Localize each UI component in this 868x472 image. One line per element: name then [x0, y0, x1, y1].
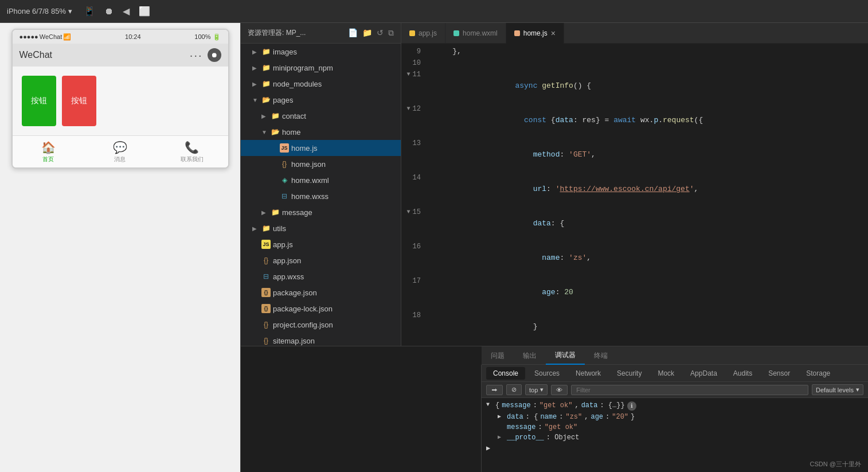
tree-item-home[interactable]: ▼ 📂 home [241, 124, 401, 140]
console-row-main[interactable]: ▼ { message : "get ok" , data : {…}} ℹ [486, 400, 863, 412]
info-icon[interactable]: ℹ [627, 401, 636, 411]
chevron-right-icon: ▶ [261, 113, 268, 119]
watermark: CSDN @三十里外 [810, 460, 861, 469]
file-tree-title: 资源管理器: MP_... [248, 28, 306, 38]
console-row-proto[interactable]: ▶ __proto__ : Object [486, 432, 863, 443]
tree-item-miniprogram-npm[interactable]: ▶ 📁 miniprogram_npm [241, 60, 401, 76]
fold-arrow-icon[interactable]: ▼ [407, 206, 410, 218]
json-file-icon: {} [280, 159, 289, 169]
ban-icon-button[interactable]: ⊘ [506, 384, 522, 395]
editor-tabs: app.js home.wxml home.js × [401, 23, 868, 44]
device-selector[interactable]: iPhone 6/7/8 85% ▾ [7, 7, 72, 15]
tree-item-home-wxss[interactable]: ⊟ home.wxss [241, 188, 401, 204]
tree-label-home: home [282, 128, 301, 136]
tree-item-sitemap-json[interactable]: {} sitemap.json [241, 333, 401, 346]
more-dots-icon[interactable]: ··· [190, 49, 203, 62]
close-tab-icon[interactable]: × [551, 29, 556, 38]
expand-arrow-icon[interactable]: ▶ [498, 434, 505, 440]
record-button[interactable]: ⏺ [208, 48, 221, 62]
bottom-tab-label-output: 输出 [523, 351, 537, 361]
expand-arrow-icon[interactable]: ▼ [486, 401, 493, 408]
console-filter-input[interactable] [571, 385, 808, 395]
nav-item-home[interactable]: 🏠 首页 [13, 136, 84, 167]
js-file-icon: JS [261, 240, 271, 249]
devtools-tab-console[interactable]: Console [486, 367, 525, 380]
tree-item-project-config-json[interactable]: {} project.config.json [241, 317, 401, 333]
devtools-tab-sources[interactable]: Sources [527, 367, 566, 380]
console-row-data[interactable]: ▶ data : { name : "zs" , age : "20" } [486, 412, 863, 422]
bottom-tab-label-debugger: 调试器 [555, 350, 576, 360]
tree-item-message[interactable]: ▶ 📁 message [241, 204, 401, 220]
tree-item-home-wxml[interactable]: ◈ home.wxml [241, 172, 401, 188]
signal-bars: ●●●●● [19, 33, 38, 40]
chevron-right-icon: ▶ [252, 225, 259, 232]
tree-item-pages[interactable]: ▼ 📂 pages [241, 92, 401, 108]
devtools-tab-network[interactable]: Network [569, 367, 608, 380]
code-editor[interactable]: 9 }, 10 ▼ 11 async getInfo( [401, 44, 868, 346]
tab-label-home-wxml: home.wxml [463, 29, 498, 37]
btn1[interactable]: 按钮 [22, 76, 56, 126]
tab-app-js[interactable]: app.js [401, 23, 445, 44]
devtools-tab-storage[interactable]: Storage [799, 367, 837, 380]
nav-item-contact[interactable]: 📞 联系我们 [156, 136, 228, 167]
layout-icon[interactable]: ⬜ [139, 6, 150, 17]
json-file-icon: {} [261, 304, 271, 313]
bottom-tab-output[interactable]: 输出 [514, 346, 546, 365]
collapse-icon[interactable]: ⧉ [388, 28, 394, 38]
phone-icon[interactable]: 📱 [84, 6, 95, 17]
devtools-tab-mock[interactable]: Mock [651, 367, 681, 380]
tree-item-package-lock-json[interactable]: {} package-lock.json [241, 301, 401, 317]
record-icon[interactable]: ⏺ [104, 6, 114, 17]
new-folder-icon[interactable]: 📁 [362, 28, 372, 38]
nav-label-home: 首页 [42, 155, 54, 163]
expand-arrow-icon[interactable]: ▶ [498, 413, 505, 420]
tree-item-app-wxss[interactable]: ⊟ app.wxss [241, 268, 401, 284]
phone-status-left: ●●●●● WeChat 📶 [19, 33, 72, 41]
chevron-down-icon: ▼ [261, 129, 268, 135]
tab-home-wxml[interactable]: home.wxml [445, 23, 506, 44]
fold-arrow-icon[interactable]: ▼ [407, 69, 410, 80]
tree-item-home-json[interactable]: {} home.json [241, 156, 401, 172]
tab-home-js[interactable]: home.js × [506, 23, 564, 44]
btn2[interactable]: 按钮 [62, 76, 96, 126]
eye-icon-button[interactable]: 👁 [551, 385, 568, 395]
tree-label-images: images [273, 48, 297, 56]
tree-item-utils[interactable]: ▶ 📁 utils [241, 220, 401, 236]
devtools-tab-sensor[interactable]: Sensor [761, 367, 797, 380]
simulator-panel: ●●●●● WeChat 📶 10:24 100% 🔋 WeChat ··· ⏺ [0, 23, 241, 472]
tree-label-miniprogram-npm: miniprogram_npm [273, 64, 333, 72]
wifi-icon: 📶 [63, 33, 71, 41]
tree-item-contact[interactable]: ▶ 📁 contact [241, 108, 401, 124]
new-file-icon[interactable]: 📄 [348, 28, 358, 38]
json-file-icon: {} [261, 320, 271, 329]
file-tree-panel: 资源管理器: MP_... 📄 📁 ↺ ⧉ ▶ 📁 images ▶ [241, 23, 401, 346]
chevron-down-icon: ▼ [252, 97, 259, 103]
devtools-tab-audits[interactable]: Audits [726, 367, 759, 380]
top-context-selector[interactable]: top ▾ [525, 384, 548, 395]
refresh-icon[interactable]: ↺ [377, 28, 384, 38]
chevron-right-icon: ▶ [252, 65, 259, 71]
tree-item-home-js[interactable]: JS home.js [241, 140, 401, 156]
wxml-tab-icon [453, 30, 459, 36]
bottom-tab-issues[interactable]: 问题 [482, 346, 514, 365]
devtools-tab-label-console: Console [493, 369, 518, 377]
eye-icon: 👁 [556, 387, 562, 393]
code-line-16: 16 name: 'zs', [401, 241, 868, 275]
tree-item-images[interactable]: ▶ 📁 images [241, 44, 401, 60]
tree-item-app-json[interactable]: {} app.json [241, 252, 401, 268]
tree-label-home-js: home.js [291, 144, 318, 153]
console-row-arrow[interactable]: ▶ [486, 443, 863, 454]
default-levels-selector[interactable]: Default levels ▾ [812, 384, 863, 395]
back-icon[interactable]: ◀ [123, 6, 130, 17]
tree-item-app-js[interactable]: JS app.js [241, 236, 401, 252]
fold-arrow-icon[interactable]: ▼ [407, 103, 410, 115]
bottom-tab-debugger[interactable]: 调试器 [546, 346, 585, 365]
devtools-tab-appdata[interactable]: AppData [683, 367, 724, 380]
devtools-tab-security[interactable]: Security [610, 367, 648, 380]
tree-item-package-json[interactable]: {} package.json [241, 284, 401, 301]
tree-label-package-lock-json: package-lock.json [273, 305, 333, 313]
nav-item-messages[interactable]: 💬 消息 [84, 136, 156, 167]
bottom-tab-terminal[interactable]: 终端 [585, 346, 617, 365]
clear-console-button[interactable]: ⮕ [486, 385, 503, 395]
tree-item-node-modules[interactable]: ▶ 📁 node_modules [241, 76, 401, 92]
